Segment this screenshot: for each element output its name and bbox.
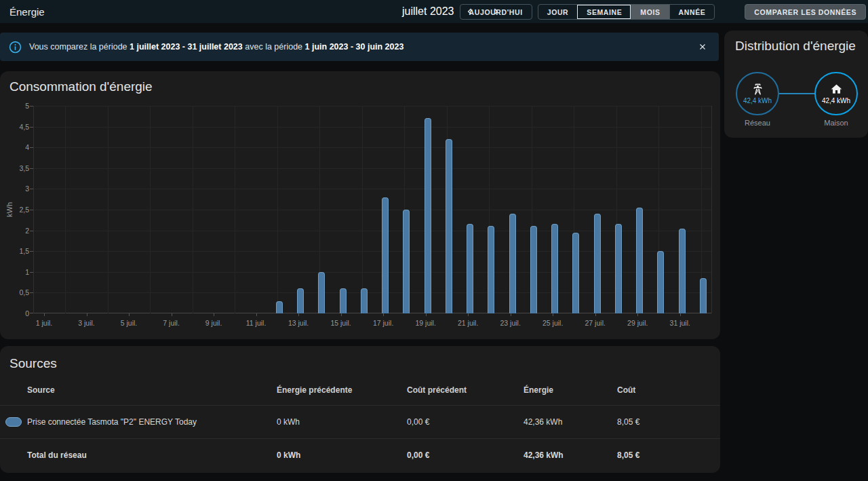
x-axis-tick (680, 313, 681, 316)
h-gridline (33, 189, 712, 189)
compare-banner-text: Vous comparez la période 1 juillet 2023 … (29, 42, 403, 52)
source-color-swatch (5, 417, 22, 427)
column-cost: Coût (617, 385, 720, 395)
consumption-bar[interactable] (509, 214, 516, 313)
h-gridline (33, 106, 712, 107)
x-axis-tick (172, 313, 172, 316)
view-month-button[interactable]: MOIS (631, 5, 669, 19)
consumption-bar[interactable] (488, 226, 494, 313)
x-axis-tick (256, 313, 257, 316)
period-button-group: JOUR SEMAINE MOIS ANNÉE (538, 4, 715, 20)
compare-banner: Vous comparez la période 1 juillet 2023 … (0, 33, 719, 61)
consumption-bar[interactable] (572, 233, 579, 313)
close-icon (698, 41, 707, 52)
home-icon (830, 83, 843, 96)
consumption-bar[interactable] (551, 224, 558, 313)
y-axis-line (33, 106, 34, 313)
v-gridline (65, 106, 66, 313)
info-icon (9, 41, 22, 54)
consumption-bar[interactable] (276, 301, 283, 313)
x-axis-tick (383, 313, 384, 316)
plot-right-edge (711, 106, 712, 313)
h-gridline (33, 147, 712, 148)
app-bar: Énergie juillet 2023 AUJOURD'HUI JOUR SE… (0, 0, 868, 23)
v-gridline (235, 106, 235, 313)
total-row: Total du réseau 0 kWh 0,00 € 42,36 kWh 8… (0, 438, 720, 472)
source-row[interactable]: Prise connectée Tasmota "P2" ENERGY Toda… (0, 405, 720, 438)
x-axis-tick-label: 21 juil. (458, 319, 478, 327)
view-day-button[interactable]: JOUR (538, 5, 578, 19)
x-axis-tick-label: 29 juil. (627, 319, 648, 327)
column-source: Source (27, 385, 277, 395)
x-axis-tick-label: 27 juil. (585, 319, 606, 327)
period-label: juillet 2023 (402, 5, 454, 18)
x-axis-tick (341, 313, 342, 316)
total-energy: 42,36 kWh (524, 450, 617, 460)
x-axis-tick (595, 313, 596, 316)
consumption-bar[interactable] (615, 224, 622, 313)
home-node[interactable]: 42,4 kWh (814, 72, 858, 115)
energy-consumption-card: Consommation d'énergie 00,511,522,533,54… (0, 71, 720, 339)
sources-card: Sources Source Énergie précédente Coût p… (0, 346, 720, 473)
v-gridline (150, 106, 151, 313)
total-name: Total du réseau (27, 450, 277, 460)
h-gridline (33, 231, 712, 231)
x-axis-tick-label: 7 juil. (163, 319, 180, 327)
x-axis-tick (426, 313, 427, 316)
x-axis-tick (468, 313, 469, 316)
v-gridline (277, 106, 278, 313)
grid-node[interactable]: 42,4 kWh (736, 72, 779, 115)
close-banner-button[interactable] (694, 39, 711, 55)
x-axis-tick (511, 313, 511, 316)
compare-data-button[interactable]: COMPARER LES DONNÉES (745, 4, 866, 20)
x-axis-line (33, 313, 712, 313)
sources-table-header: Source Énergie précédente Coût précédent… (0, 375, 720, 405)
consumption-bar[interactable] (657, 251, 664, 313)
x-axis-tick (129, 313, 130, 316)
x-axis-tick (214, 313, 214, 316)
consumption-bar[interactable] (679, 229, 686, 313)
home-node-label: Maison (814, 119, 858, 127)
x-axis-tick-label: 19 juil. (415, 319, 435, 327)
view-year-button[interactable]: ANNÉE (669, 5, 715, 19)
banner-period-previous: 1 juin 2023 - 30 juin 2023 (305, 42, 404, 52)
x-axis-tick-label: 15 juil. (330, 319, 351, 327)
h-gridline (33, 251, 712, 252)
h-gridline (33, 292, 712, 293)
consumption-bar[interactable] (425, 118, 431, 313)
today-button[interactable]: AUJOURD'HUI (460, 4, 532, 20)
home-energy-value: 42,4 kWh (822, 97, 850, 104)
consumption-bar[interactable] (594, 214, 601, 313)
energy-distribution-card: Distribution d'énergie 42,4 kWh 42,4 kWh… (724, 31, 868, 138)
consumption-bar[interactable] (403, 210, 410, 313)
consumption-bar[interactable] (530, 226, 537, 313)
x-axis-tick-label: 9 juil. (205, 319, 222, 327)
consumption-bar[interactable] (318, 272, 325, 313)
consumption-bar[interactable] (340, 288, 347, 313)
total-cost: 8,05 € (617, 450, 720, 460)
x-axis-tick (298, 313, 299, 316)
banner-middle: avec la période (243, 42, 305, 52)
consumption-card-title: Consommation d'énergie (9, 79, 153, 94)
consumption-bar[interactable] (361, 288, 368, 313)
h-gridline (33, 272, 712, 273)
consumption-bar[interactable] (297, 288, 304, 313)
column-energy: Énergie (524, 385, 617, 395)
x-axis-tick-label: 13 juil. (288, 319, 309, 327)
column-prev-cost: Coût précédent (407, 385, 524, 395)
source-cost: 8,05 € (617, 417, 720, 427)
page-title: Énergie (9, 6, 45, 18)
h-gridline (33, 127, 712, 128)
banner-period-current: 1 juillet 2023 - 31 juillet 2023 (130, 42, 243, 52)
view-week-button[interactable]: SEMAINE (577, 5, 631, 19)
consumption-bar[interactable] (382, 197, 389, 313)
consumption-bar[interactable] (467, 224, 473, 313)
consumption-bar[interactable] (700, 278, 707, 313)
grid-node-label: Réseau (736, 119, 779, 127)
total-prev-energy: 0 kWh (277, 450, 407, 460)
consumption-bar[interactable] (446, 139, 452, 313)
x-axis-tick-label: 3 juil. (78, 319, 95, 327)
consumption-bar[interactable] (636, 208, 643, 313)
transmission-tower-icon (751, 83, 764, 96)
v-gridline (108, 106, 108, 313)
